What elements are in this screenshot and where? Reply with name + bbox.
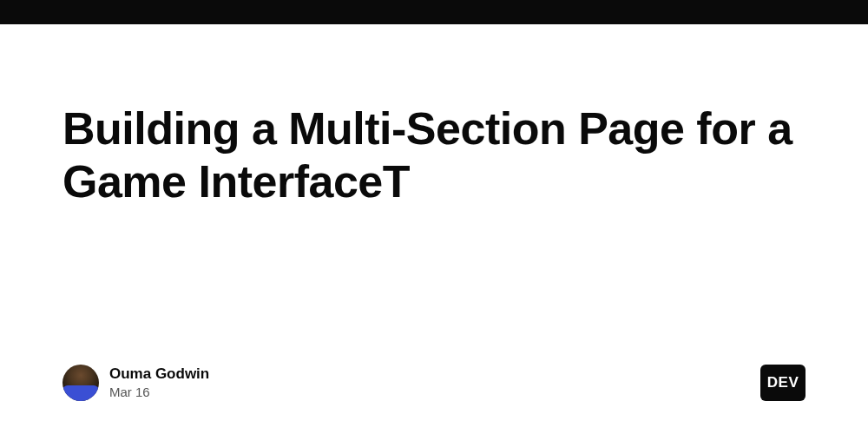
dev-logo-badge[interactable]: DEV (760, 365, 806, 401)
author-avatar[interactable] (62, 365, 99, 401)
top-bar (0, 0, 868, 24)
author-text: Ouma Godwin Mar 16 (109, 365, 209, 400)
content-area: Building a Multi-Section Page for a Game… (0, 24, 868, 434)
post-date: Mar 16 (109, 385, 209, 400)
article-title: Building a Multi-Section Page for a Game… (62, 102, 806, 209)
author-block[interactable]: Ouma Godwin Mar 16 (62, 365, 209, 401)
author-name[interactable]: Ouma Godwin (109, 365, 209, 383)
footer-row: Ouma Godwin Mar 16 DEV (62, 365, 806, 434)
